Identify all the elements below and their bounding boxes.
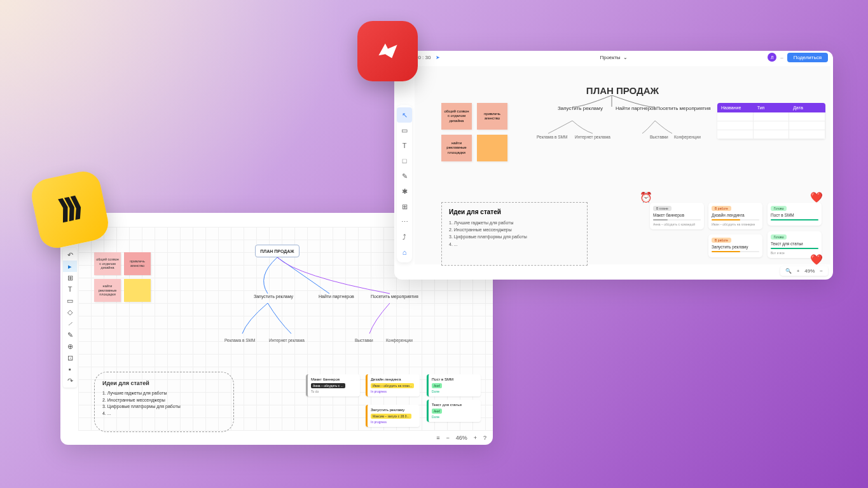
tool-frame[interactable]: ⊡: [63, 352, 77, 363]
holst-canvas[interactable]: ПЛАН ПРОДАЖ общий созвон с отделом дизай…: [415, 66, 830, 264]
ideas-title: Идеи для статей: [102, 380, 226, 386]
progress-bar: [712, 251, 759, 252]
mindmap-child[interactable]: Найти партнеров: [319, 294, 354, 299]
card-status: Done: [432, 415, 478, 419]
search-icon[interactable]: 🔍: [785, 268, 792, 274]
idea-item: 2. Иностранные мессенджеры: [449, 226, 580, 233]
chevron-down-icon: ⌄: [623, 55, 628, 60]
kanban-card[interactable]: Дизайн лендинга Иван – обсудить на план.…: [366, 374, 420, 396]
share-button[interactable]: Поделиться: [787, 53, 828, 62]
card-status: To do: [311, 390, 357, 393]
card-tag: В плане: [653, 206, 672, 211]
zoom-out[interactable]: −: [820, 268, 823, 274]
sticky-note[interactable]: общий созвон с отделом дизайна: [441, 103, 472, 130]
tool-grid[interactable]: ⊞: [397, 199, 412, 214]
mindmap-child[interactable]: Запустить рекламу: [254, 294, 293, 299]
tool-home[interactable]: ⌂: [397, 245, 412, 260]
tool-more[interactable]: ⋯: [397, 214, 412, 229]
project-selector[interactable]: Проекты⌄: [600, 55, 627, 60]
mindmap-child[interactable]: Найти партнеров: [616, 105, 656, 112]
sticky-note-blank[interactable]: [124, 279, 151, 302]
tool-node[interactable]: ✱: [397, 184, 412, 199]
th: Название: [717, 103, 754, 112]
tool-template[interactable]: ⊞: [63, 272, 77, 283]
ideas-box[interactable]: Идеи для статей 1. Лучшие гаджеты для ра…: [94, 372, 234, 432]
kanban-card[interactable]: Текст для статьи Аня! Done: [427, 400, 481, 422]
task-card[interactable]: В плане Макет баннеров Анна – обсудить с…: [650, 203, 704, 229]
minus-icon[interactable]: –: [780, 55, 783, 60]
mindmap-root[interactable]: ПЛАН ПРОДАЖ: [255, 245, 300, 257]
tool-comment[interactable]: ⊕: [63, 341, 77, 352]
idea-item: 3. Цифровые платформы для работы: [449, 233, 580, 240]
sticky-note[interactable]: общий созвон с отделом дизайна: [94, 252, 121, 275]
kanban-card[interactable]: Пост в SMM Аня! Done: [427, 374, 481, 396]
mindmap-child[interactable]: Посетить мероприятия: [656, 105, 710, 112]
mindmap-leaf[interactable]: Реклама в SMM: [224, 338, 255, 342]
tool-shape[interactable]: □: [397, 153, 412, 168]
sticky-note[interactable]: найти рекламные площадки: [94, 279, 121, 302]
sticky-note[interactable]: привлечь агенство: [124, 252, 151, 275]
zoom-in[interactable]: +: [797, 268, 800, 274]
sticky-note[interactable]: привлечь агенство: [477, 103, 507, 130]
canvas-title[interactable]: ПЛАН ПРОДАЖ: [586, 85, 659, 96]
progress-bar: [653, 219, 701, 220]
holst-toolbar: ↖ ▭ T □ ✎ ✱ ⊞ ⋯ ⤴ ⌂: [397, 105, 412, 262]
zoom-out[interactable]: −: [446, 435, 449, 441]
tool-cursor[interactable]: ▸: [63, 261, 77, 272]
holst-bottombar: 🔍 + 49% −: [780, 266, 828, 276]
help-icon[interactable]: ?: [483, 435, 486, 441]
mindmap-child[interactable]: Посетить мероприятия: [371, 294, 418, 299]
holst-window: ↪ ⏱00 : 30 ➤ Проекты⌄ Л – Поделиться ↖ ▭…: [394, 51, 833, 280]
card-tag: В работе: [712, 206, 731, 211]
card-sub: Анна – обсудить с командой: [653, 222, 701, 226]
tool-connect[interactable]: ⟋: [63, 318, 77, 329]
card-tag: Готово: [771, 234, 787, 240]
idea-item: 2. Иностранные мессенджеры: [102, 397, 226, 404]
sticky-note[interactable]: найти рекламные площадки: [441, 135, 472, 161]
cursor-icon[interactable]: ➤: [436, 55, 440, 60]
tool-cursor[interactable]: ↖: [397, 107, 412, 123]
card-tag: Анна – обсудить с ...: [311, 383, 345, 388]
card-title: Запустить рекламу: [371, 408, 417, 412]
tool-pen[interactable]: ✎: [397, 168, 412, 184]
zoom-level[interactable]: 49%: [804, 268, 815, 274]
mindmap-leaf[interactable]: Конференции: [386, 338, 413, 342]
user-avatar[interactable]: Л: [768, 53, 776, 62]
tool-text[interactable]: T: [397, 138, 412, 153]
sticky-note-blank[interactable]: [477, 135, 507, 161]
zoom-in[interactable]: +: [474, 435, 477, 441]
card-title: Пост в SMM: [432, 377, 478, 381]
tool-undo[interactable]: ↶: [63, 249, 77, 261]
tool-sticky[interactable]: ▭: [63, 295, 77, 306]
zoom-level[interactable]: 46%: [456, 435, 467, 441]
tool-sticky[interactable]: ▭: [397, 123, 412, 138]
kanban-card[interactable]: Макет баннеров Анна – обсудить с ... To …: [306, 374, 360, 396]
card-sub: Иван – обсудить на планерке: [712, 222, 759, 226]
task-card[interactable]: В работе Дизайн лендинга Иван – обсудить…: [708, 203, 762, 229]
tool-pen[interactable]: ✎: [63, 329, 77, 341]
mindmap-child[interactable]: Запустить рекламу: [558, 105, 603, 112]
mindmap-leaf[interactable]: Конференции: [674, 135, 701, 139]
tool-redo2[interactable]: ↷: [63, 375, 77, 386]
card-tag: Аня!: [432, 409, 442, 414]
idea-item: 3. Цифровые платформы для работы: [102, 403, 226, 410]
mindmap-leaf[interactable]: Интернет реклама: [269, 338, 305, 342]
ideas-box[interactable]: Идеи для статей 1. Лучшие гаджеты для ра…: [441, 202, 588, 266]
tool-shape[interactable]: ◇: [63, 306, 77, 318]
card-title: Макет баннеров: [653, 213, 701, 217]
tool-text[interactable]: T: [63, 283, 77, 295]
heart-emoji: ❤️: [810, 254, 823, 266]
mindmap-leaf[interactable]: Интернет реклама: [575, 135, 610, 139]
list-icon[interactable]: ≡: [436, 435, 439, 441]
mindmap-leaf[interactable]: Выставки: [650, 135, 668, 139]
mindmap-leaf[interactable]: Реклама в SMM: [537, 135, 567, 139]
mindmap-leaf[interactable]: Выставки: [355, 338, 373, 342]
tool-more[interactable]: ▪: [63, 363, 77, 375]
task-card[interactable]: В работе Запустить рекламу: [708, 234, 762, 257]
card-tag: Аня!: [432, 383, 442, 388]
kanban-card[interactable]: Запустить рекламу Максим – запуск с 28.0…: [366, 405, 420, 427]
tool-upload[interactable]: ⤴: [397, 229, 412, 245]
task-card[interactable]: Готово Пост в SMM: [768, 203, 822, 226]
data-table[interactable]: НазваниеТипДата: [717, 103, 825, 139]
card-status: Done: [432, 390, 478, 393]
